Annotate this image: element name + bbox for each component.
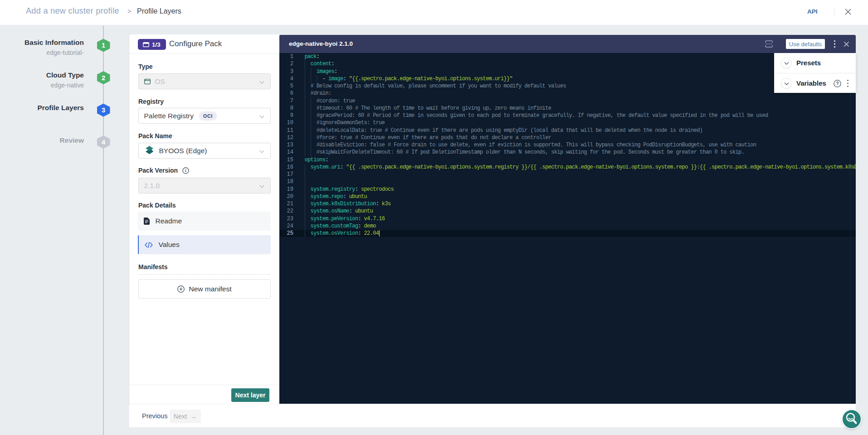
svg-text:?: ?: [836, 81, 839, 86]
